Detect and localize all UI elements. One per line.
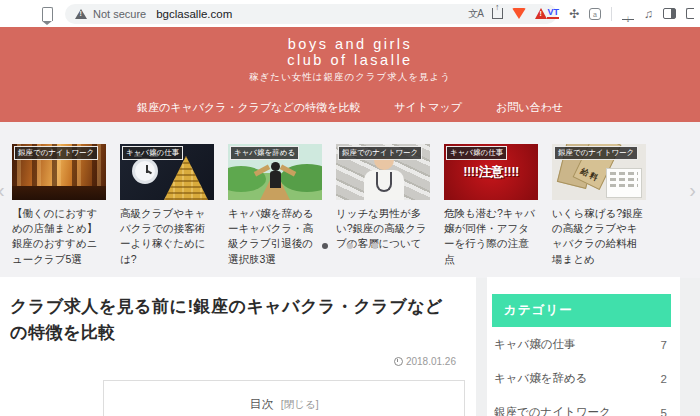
table-of-contents: 目次 [閉じる] 1. 銀座にはキャバクラやクラブ求人がたくさん	[103, 380, 465, 416]
toc-title: 目次	[249, 397, 273, 411]
translate-icon[interactable]: 文A	[468, 7, 483, 21]
rich-man-thumbnail[interactable]: 銀座でのナイトワーク	[336, 144, 430, 200]
article-date: 2018.01.26	[406, 356, 456, 367]
not-secure-icon[interactable]	[75, 9, 87, 19]
sidebar-item-category[interactable]: 銀座でのナイトワーク 5	[492, 395, 671, 416]
stethoscope-decor	[376, 172, 392, 192]
browser-toolbar: Not secure bgclasalle.com 文A VT ✣ a ♫	[0, 0, 700, 27]
category-count: 7	[661, 339, 667, 351]
salary-envelope-thumbnail[interactable]: 銀座でのナイトワーク 給料	[552, 144, 646, 200]
music-icon[interactable]: ♫	[644, 7, 653, 21]
bookmark-icon[interactable]	[42, 7, 53, 21]
caution-thumbnail[interactable]: キャバ嬢の仕事 !!!!注意!!!!	[444, 144, 538, 200]
site-tagline: 稼ぎたい女性は銀座のクラブ求人を見よう	[0, 71, 700, 84]
category-badge[interactable]: キャバ嬢を辞める	[230, 146, 299, 160]
address-bar[interactable]: Not secure bgclasalle.com 文A	[65, 4, 557, 24]
carousel-next-icon[interactable]: ›	[689, 180, 696, 200]
category-badge[interactable]: キャバ嬢の仕事	[122, 146, 183, 160]
brave-shield-icon[interactable]	[512, 8, 526, 19]
sidebar-item-category[interactable]: キャバ嬢の仕事 7	[492, 327, 671, 361]
carousel-prev-icon[interactable]: ‹	[0, 180, 5, 200]
post-carousel: ‹ 銀座でのナイトワーク 【働くのにおすすめの店舗まとめ】銀座のおすすめニューク…	[0, 122, 700, 278]
clover-extension-icon[interactable]: ✣	[569, 7, 579, 21]
card-title[interactable]: 高級クラブやキャバクラでの接客術ーより稼ぐためには?	[120, 206, 214, 267]
nav-item-sitemap[interactable]: サイトマップ	[394, 100, 462, 115]
article-title: クラブ求人を見る前に!銀座のキャバクラ・クラブなどの特徴を比較	[10, 294, 456, 347]
card-title[interactable]: キャバ嬢を辞めるーキャバクラ・高級クラブ引退後の選択肢3選	[228, 206, 322, 267]
clock-coins-thumbnail[interactable]: キャバ嬢の仕事	[120, 144, 214, 200]
card-title[interactable]: 危険も潜む?キャバ嬢が同伴・アフターを行う際の注意点	[444, 206, 538, 267]
virustotal-extension-icon[interactable]: VT	[547, 8, 559, 19]
carousel-dot-2[interactable]	[347, 243, 353, 249]
card-title[interactable]: 【働くのにおすすめの店舗まとめ】銀座のおすすめニュークラブ5選	[12, 206, 106, 267]
category-label[interactable]: 銀座でのナイトワーク	[494, 405, 611, 416]
split-view-icon[interactable]	[686, 8, 694, 19]
extension-icon[interactable]: a	[589, 8, 601, 20]
category-count: 2	[661, 373, 667, 385]
category-badge[interactable]: キャバ嬢の仕事	[446, 146, 507, 160]
toolbar-divider	[611, 7, 612, 21]
sidebar-panel-icon[interactable]	[663, 8, 676, 19]
not-secure-label[interactable]: Not secure	[93, 8, 146, 20]
category-badge[interactable]: 銀座でのナイトワーク	[14, 146, 98, 160]
main-nav: 銀座のキャバクラ・クラブなどの特徴を比較 サイトマップ お問い合わせ	[0, 92, 700, 122]
card-title[interactable]: いくら稼げる?銀座の高級クラブやキャバクラの給料相場まとめ	[552, 206, 646, 267]
url-text[interactable]: bgclasalle.com	[156, 8, 468, 20]
club-corridor-thumbnail[interactable]: 銀座でのナイトワーク	[12, 144, 106, 200]
site-header: boys and girls club of lasalle 稼ぎたい女性は銀座…	[0, 27, 700, 92]
article-card: クラブ求人を見る前に!銀座のキャバクラ・クラブなどの特徴を比較 2018.01.…	[0, 277, 476, 416]
alarm-clock-decor	[132, 158, 158, 184]
share-icon[interactable]	[492, 8, 503, 19]
category-label[interactable]: キャバ嬢の仕事	[494, 337, 576, 352]
forked-road-thumbnail[interactable]: キャバ嬢を辞める	[228, 144, 322, 200]
category-badge[interactable]: 銀座でのナイトワーク	[338, 146, 422, 160]
download-icon[interactable]	[622, 8, 634, 20]
category-label[interactable]: キャバ嬢を辞める	[494, 371, 588, 386]
sidebar: カテゴリー キャバ嬢の仕事 7 キャバ嬢を辞める 2 銀座でのナイトワーク 5	[487, 277, 680, 416]
carousel-dots	[0, 243, 700, 249]
payslip-decor	[606, 168, 642, 198]
corridor-floor-decor	[12, 186, 106, 200]
site-title-line1[interactable]: boys and girls	[0, 36, 700, 52]
category-widget-title: カテゴリー	[492, 294, 671, 327]
site-warning-icon[interactable]	[535, 8, 547, 19]
category-count: 5	[661, 407, 667, 416]
nav-item-features[interactable]: 銀座のキャバクラ・クラブなどの特徴を比較	[137, 100, 360, 115]
site-title-line2[interactable]: club of lasalle	[0, 52, 700, 68]
carousel-dot-3[interactable]	[372, 243, 378, 249]
clock-icon	[394, 357, 403, 366]
sidebar-item-category[interactable]: キャバ嬢を辞める 2	[492, 361, 671, 395]
toc-close-toggle[interactable]: [閉じる]	[281, 398, 319, 410]
category-badge[interactable]: 銀座でのナイトワーク	[554, 146, 638, 160]
nav-item-contact[interactable]: お問い合わせ	[496, 100, 563, 115]
figure-decor	[270, 171, 281, 188]
figure-decor	[271, 162, 280, 171]
carousel-dot-1[interactable]	[322, 243, 328, 249]
